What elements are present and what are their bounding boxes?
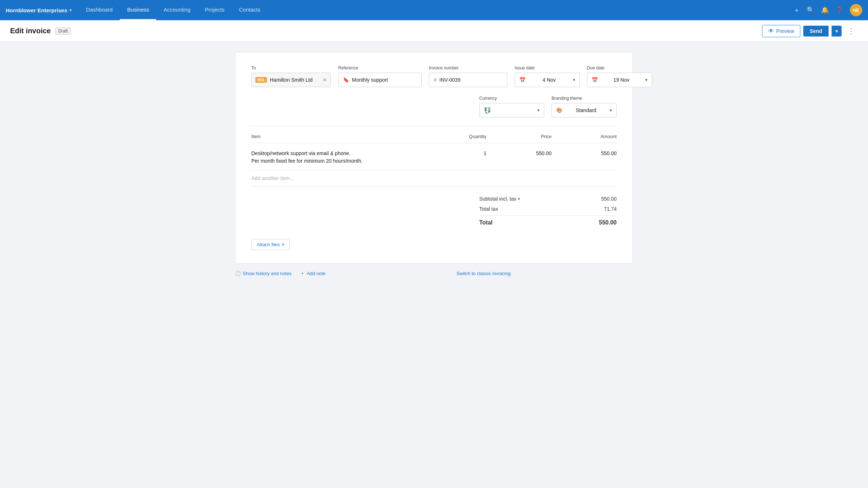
tax-label: Total tax [479,206,498,212]
invoice-number-text-input[interactable] [439,77,503,83]
reference-text-input[interactable] [352,77,417,83]
contact-field[interactable]: HSL Hamilton Smith Ltd ✕ [251,73,331,87]
branding-label: Branding theme [552,96,617,101]
main-content: To HSL Hamilton Smith Ltd ✕ Reference 🔖 … [0,42,868,287]
form-second-row: Currency 💱 ▾ Branding theme 🎨 Standard ▾ [251,96,617,117]
form-group-issue-date: Issue date 📅 4 Nov ▾ [515,65,580,87]
page-title: Edit invoice [10,27,51,35]
table-row[interactable]: Desktop/network support via email & phon… [251,145,617,170]
help-icon[interactable]: ❓ [835,6,843,14]
preview-button[interactable]: 👁 Preview [762,25,800,37]
nav-right: ＋ 🔍 🔔 ❓ HE [793,4,862,16]
due-date-value: 19 Nov [613,77,629,83]
total-label: Total [479,219,493,226]
due-date-chevron: ▾ [645,77,647,82]
brand-name: Hornblower Enterprises [6,7,67,13]
due-date-label: Due date [587,65,652,70]
currency-chevron: ▾ [537,108,540,113]
nav-dashboard[interactable]: Dashboard [79,0,120,20]
total-value: 550.00 [599,219,617,226]
plus-icon: ＋ [300,270,305,277]
send-button[interactable]: Send [803,26,829,37]
total-row: Total 550.00 [479,215,617,228]
totals-section: Subtotal incl. tax ▾ 550.00 Total tax 71… [251,194,617,228]
col-header-quantity: Quantity [421,134,486,139]
show-history-button[interactable]: 🕐 Show history and notes [235,271,292,276]
add-item-placeholder[interactable]: Add another item... [251,175,294,181]
palette-icon: 🎨 [556,107,562,113]
currency-label: Currency [479,96,544,101]
due-date-select[interactable]: 📅 19 Nov ▾ [587,73,652,87]
issue-date-value: 4 Nov [542,77,556,83]
history-icon: 🕐 [235,271,241,276]
form-group-branding: Branding theme 🎨 Standard ▾ [552,96,617,117]
branding-value: Standard [576,107,596,113]
form-top-row: To HSL Hamilton Smith Ltd ✕ Reference 🔖 … [251,65,617,87]
contact-initials: HSL [255,77,267,83]
totals-table: Subtotal incl. tax ▾ 550.00 Total tax 71… [479,194,617,228]
col-header-item: Item [251,134,421,139]
table-header: Item Quantity Price Amount [251,134,617,143]
due-calendar-icon: 📅 [592,77,598,83]
page-header: Edit invoice Draft 👁 Preview Send ▾ ⋮ [0,20,868,42]
form-group-due-date: Due date 📅 19 Nov ▾ [587,65,652,87]
notification-icon[interactable]: 🔔 [821,6,829,14]
reference-label: Reference [338,65,422,70]
calendar-icon: 📅 [519,77,526,83]
nav-links: Dashboard Business Accounting Projects C… [79,0,268,20]
switch-classic-link[interactable]: Switch to classic invoicing [456,271,511,276]
currency-select[interactable]: 💱 ▾ [479,103,544,117]
hash-icon: # [434,77,437,83]
top-nav: Hornblower Enterprises ▾ Dashboard Busin… [0,0,868,20]
brand-logo[interactable]: Hornblower Enterprises ▾ [6,7,79,13]
footer-actions: 🕐 Show history and notes ＋ Add note Swit… [235,270,633,277]
branding-chevron: ▾ [610,108,612,113]
form-group-reference: Reference 🔖 [338,65,422,87]
form-group-invoice-number: Invoice number # [429,65,507,87]
add-item-row[interactable]: Add another item... [251,170,617,187]
bookmark-icon: 🔖 [343,77,349,83]
header-right: 👁 Preview Send ▾ ⋮ [762,25,858,37]
eye-icon: 👁 [768,28,774,34]
form-group-currency: Currency 💱 ▾ [479,96,544,117]
attach-chevron-icon: ▾ [282,242,284,247]
section-divider [251,126,617,127]
item-amount: 550.00 [552,150,617,156]
issue-date-chevron: ▾ [573,77,575,82]
tax-row: Total tax 71.74 [479,204,617,214]
nav-business[interactable]: Business [120,0,156,20]
more-options-button[interactable]: ⋮ [844,25,858,37]
nav-projects[interactable]: Projects [198,0,232,20]
add-icon[interactable]: ＋ [793,6,800,14]
col-header-price: Price [486,134,552,139]
item-description: Desktop/network support via email & phon… [251,150,421,165]
nav-accounting[interactable]: Accounting [156,0,197,20]
nav-contacts[interactable]: Contacts [232,0,268,20]
col-header-amount: Amount [552,134,617,139]
brand-chevron: ▾ [69,8,72,13]
subtotal-value: 550.00 [601,196,617,202]
add-note-button[interactable]: ＋ Add note [300,270,326,277]
invoice-number-label: Invoice number [429,65,507,70]
user-avatar[interactable]: HE [850,4,862,16]
subtotal-row: Subtotal incl. tax ▾ 550.00 [479,194,617,204]
reference-input[interactable]: 🔖 [338,73,422,87]
to-label: To [251,65,331,70]
subtotal-chevron-icon: ▾ [518,197,520,201]
contact-name: Hamilton Smith Ltd [270,77,320,83]
search-icon[interactable]: 🔍 [807,6,814,14]
contact-remove-icon[interactable]: ✕ [323,77,327,83]
item-quantity: 1 [421,150,486,156]
invoice-table: Item Quantity Price Amount Desktop/netwo… [251,134,617,187]
send-dropdown-button[interactable]: ▾ [831,26,842,37]
issue-date-select[interactable]: 📅 4 Nov ▾ [515,73,580,87]
attach-files-label: Attach files [257,242,280,247]
branding-select[interactable]: 🎨 Standard ▾ [552,103,617,117]
attach-section: Attach files ▾ [251,239,617,250]
tax-value: 71.74 [604,206,617,212]
item-desc-line2: Per month fixed fee for minimum 20 hours… [251,157,421,165]
attach-files-button[interactable]: Attach files ▾ [251,239,290,250]
subtotal-label[interactable]: Subtotal incl. tax ▾ [479,196,520,202]
invoice-number-input[interactable]: # [429,73,507,87]
issue-date-label: Issue date [515,65,580,70]
